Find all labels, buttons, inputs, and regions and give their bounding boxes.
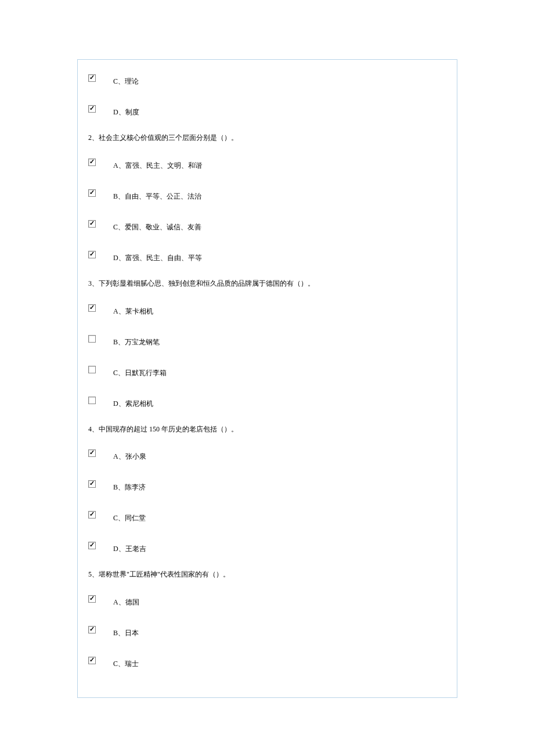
checkbox-icon[interactable] [88, 159, 96, 166]
checkbox-icon[interactable] [88, 220, 96, 228]
checkbox-icon[interactable] [88, 449, 96, 457]
question-text: 5、堪称世界"工匠精神"代表性国家的有（）。 [88, 570, 446, 579]
option-label: C、日默瓦行李箱 [113, 363, 167, 376]
option-row: A、富强、民主、文明、和谐 [88, 156, 446, 169]
option-label: B、万宝龙钢笔 [113, 332, 160, 345]
checkbox-icon[interactable] [88, 74, 96, 82]
option-row: C、瑞士 [88, 654, 446, 667]
checkbox-icon[interactable] [88, 511, 96, 519]
option-label: B、陈李济 [113, 477, 146, 491]
option-row: B、自由、平等、公正、法治 [88, 186, 446, 200]
checkbox-icon[interactable] [88, 335, 96, 343]
option-row: A、张小泉 [88, 447, 446, 460]
option-row: D、索尼相机 [88, 394, 446, 407]
checkbox-icon[interactable] [88, 366, 96, 373]
option-row: C、同仁堂 [88, 508, 446, 521]
checkbox-icon[interactable] [88, 251, 96, 258]
option-label: C、爱国、敬业、诚信、友善 [113, 217, 201, 231]
checkbox-icon[interactable] [88, 480, 96, 488]
option-row: D、王老吉 [88, 539, 446, 552]
checkbox-icon[interactable] [88, 189, 96, 197]
option-row: B、万宝龙钢笔 [88, 332, 446, 345]
option-label: D、索尼相机 [113, 394, 153, 407]
option-label: D、制度 [113, 102, 139, 116]
checkbox-icon[interactable] [88, 105, 96, 113]
checkbox-icon[interactable] [88, 626, 96, 633]
question-text: 2、社会主义核心价值观的三个层面分别是（）。 [88, 133, 446, 143]
option-row: B、陈李济 [88, 477, 446, 491]
checkbox-icon[interactable] [88, 397, 96, 404]
option-row: D、制度 [88, 102, 446, 116]
option-label: A、德国 [113, 592, 139, 606]
option-row: A、莱卡相机 [88, 301, 446, 315]
checkbox-icon[interactable] [88, 657, 96, 664]
option-row: B、日本 [88, 623, 446, 636]
checkbox-icon[interactable] [88, 304, 96, 312]
checkbox-icon[interactable] [88, 595, 96, 603]
option-row: A、德国 [88, 592, 446, 606]
option-row: D、富强、民主、自由、平等 [88, 248, 446, 261]
option-label: B、日本 [113, 623, 139, 636]
option-label: A、张小泉 [113, 447, 146, 460]
option-label: A、富强、民主、文明、和谐 [113, 156, 202, 169]
option-label: C、瑞士 [113, 654, 139, 667]
quiz-container: C、理论 D、制度 2、社会主义核心价值观的三个层面分别是（）。 A、富强、民主… [77, 59, 457, 698]
option-label: D、王老吉 [113, 539, 146, 552]
option-label: D、富强、民主、自由、平等 [113, 248, 202, 261]
checkbox-icon[interactable] [88, 542, 96, 549]
option-row: C、理论 [88, 71, 446, 85]
option-label: C、理论 [113, 71, 139, 85]
option-row: C、爱国、敬业、诚信、友善 [88, 217, 446, 231]
question-text: 4、中国现存的超过 150 年历史的老店包括（）。 [88, 424, 446, 434]
option-row: C、日默瓦行李箱 [88, 363, 446, 376]
question-text: 3、下列彰显着细腻心思、独到创意和恒久品质的品牌属于德国的有（）。 [88, 279, 446, 289]
option-label: C、同仁堂 [113, 508, 146, 521]
option-label: A、莱卡相机 [113, 301, 153, 315]
option-label: B、自由、平等、公正、法治 [113, 186, 201, 200]
